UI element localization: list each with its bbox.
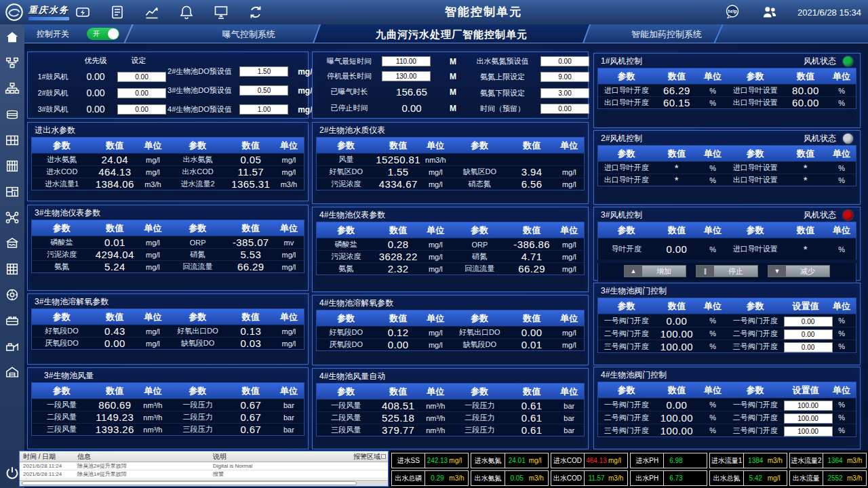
- hierarchy-icon[interactable]: [5, 81, 20, 96]
- param-label: 回流流量: [167, 262, 227, 272]
- tab-aeration-control[interactable]: 曝气控制系统: [186, 24, 312, 43]
- trend-chart-icon[interactable]: [144, 4, 160, 20]
- power-icon[interactable]: [75, 4, 91, 20]
- column-header: 参数: [167, 140, 227, 152]
- param-label: 三号阀门开度: [598, 426, 655, 436]
- status-value: 2552: [823, 471, 847, 485]
- alarm-col-area: 报警区域: [350, 452, 381, 462]
- column-header: 数值: [655, 148, 699, 160]
- table-row: 二号阀门开度100.00%二号阀门开度%: [598, 327, 856, 340]
- grid-table-icon[interactable]: [5, 262, 20, 277]
- param-unit: mg/l: [421, 265, 450, 273]
- param-value: 1384.06: [92, 178, 138, 190]
- sitemap-icon[interactable]: [5, 56, 20, 70]
- fan-status-indicator: [843, 56, 853, 66]
- param-label: 三号阀门开度: [598, 342, 655, 352]
- status-cell: 出水流量2552m3/h: [789, 470, 867, 486]
- column-header: 数值: [376, 140, 421, 152]
- dosing-machine-icon[interactable]: [5, 339, 20, 354]
- param-label: 好氧出口DO: [167, 326, 227, 336]
- param-label: 二段风量: [32, 412, 92, 422]
- param-unit: nm³/h: [138, 426, 167, 434]
- param-value: 0.67: [228, 399, 274, 411]
- do-preset-input[interactable]: [239, 66, 288, 77]
- param-label: 硝态氮: [450, 179, 509, 189]
- param-label: 厌氧段DO: [317, 340, 376, 350]
- panel-title: 3#生物池阀门控制: [601, 285, 667, 297]
- param-label: 硝氮: [167, 249, 227, 260]
- reserved-time-input[interactable]: [540, 104, 589, 114]
- users-icon[interactable]: [761, 3, 778, 21]
- set-value-input[interactable]: [784, 317, 833, 327]
- column-header: 单位: [421, 312, 450, 325]
- setting-label: 曝气最短时间: [317, 56, 382, 66]
- do-preset-input[interactable]: [239, 85, 288, 96]
- status-cell: 出水总磷0.29m3/h: [391, 470, 469, 486]
- home-icon[interactable]: [5, 30, 20, 45]
- blower-set-input[interactable]: [117, 72, 166, 82]
- sync-icon[interactable]: [248, 4, 264, 20]
- alarm-hscrollbar[interactable]: [20, 480, 388, 486]
- param-label: 好氧段DO: [32, 326, 92, 336]
- bio3-do-panel: 3#生物池溶解氧参数 参数数值单位参数数值单位好氧段DO0.43mg/l好氧出口…: [27, 293, 309, 365]
- power-off-icon[interactable]: [4, 465, 20, 481]
- param-unit: mg/l: [138, 327, 167, 336]
- bell-icon[interactable]: [178, 4, 195, 20]
- param-unit: mg/l: [138, 340, 167, 348]
- blower-icon[interactable]: [5, 287, 20, 302]
- page-title: 智能控制单元: [445, 0, 522, 24]
- param-unit: bar: [274, 413, 304, 422]
- alarm-row[interactable]: 2021/6/28 11:24除臭池1#提升泵故障报警: [20, 470, 388, 479]
- time-set-input[interactable]: [382, 56, 431, 66]
- panel-title: 2#生物池水质仪表: [319, 125, 385, 136]
- column-header: 数值: [655, 70, 699, 83]
- ammonia-set-input[interactable]: [540, 56, 589, 66]
- control-switch-toggle[interactable]: 开: [87, 28, 119, 40]
- window-grid-icon[interactable]: [5, 133, 20, 148]
- document-icon[interactable]: [109, 4, 125, 20]
- panel-title: 进出水参数: [35, 125, 75, 136]
- increase-button[interactable]: ▲增加: [624, 265, 686, 277]
- fan-status-indicator: [843, 134, 853, 144]
- alarm-row[interactable]: 2021/6/28 11:24除臭池2#提升泵故障Digital is Norm…: [20, 462, 388, 470]
- set-value-input[interactable]: [784, 401, 833, 411]
- status-label: 进水流量2: [790, 453, 823, 468]
- param-unit: mg/l: [274, 340, 304, 348]
- alarm-vscroll[interactable]: [381, 454, 386, 459]
- param-label: 进水氨氮: [32, 155, 92, 165]
- blower-label: 2#鼓风机: [32, 88, 74, 98]
- scrollbar-thumb[interactable]: [22, 481, 357, 485]
- pump-station-icon[interactable]: [5, 236, 20, 251]
- tab-plant-intelligent-control[interactable]: 九曲河污水处理厂智能控制单元: [316, 24, 587, 43]
- table-row: 进水COD464.13mg/l出水COD11.57mg/l: [32, 165, 304, 178]
- param-unit: nm³/h: [421, 414, 450, 422]
- warehouse-icon[interactable]: [5, 365, 20, 380]
- process-nodes-icon[interactable]: [5, 210, 20, 225]
- param-unit: mg/l: [274, 327, 304, 336]
- param-label: 三段压力: [450, 425, 509, 435]
- set-value-input[interactable]: [784, 329, 833, 340]
- decrease-button[interactable]: ▼减少: [768, 265, 830, 277]
- help-icon[interactable]: help: [723, 3, 742, 22]
- fan2-control-panel: 2#风机控制 风机状态 参数数值单位参数数值单位进口导叶开度*%进口导叶设置*%…: [593, 130, 861, 205]
- ammonia-set-input[interactable]: [540, 72, 589, 82]
- clarifier-icon[interactable]: [5, 107, 20, 122]
- set-value-input[interactable]: [784, 413, 833, 424]
- stopped-value: 0.00: [382, 102, 441, 114]
- monitor-icon[interactable]: [213, 4, 229, 20]
- tab-dosing-control[interactable]: 智能加药控制系统: [609, 24, 724, 43]
- blower-set-input[interactable]: [117, 104, 166, 115]
- table-row: 好氧段DO0.12mg/l好氧出口DO0.00mg/l: [317, 326, 584, 338]
- pool-layout-icon[interactable]: [5, 184, 20, 199]
- ammonia-set-input[interactable]: [540, 88, 589, 98]
- aeration-tank-icon[interactable]: [5, 313, 20, 328]
- column-header: 参数: [32, 222, 92, 235]
- stop-button[interactable]: ∥停止: [696, 265, 758, 277]
- time-set-input[interactable]: [382, 71, 431, 81]
- set-value-input[interactable]: [784, 342, 833, 352]
- building-icon[interactable]: [5, 159, 20, 174]
- set-value-input[interactable]: [784, 426, 833, 436]
- do-preset-input[interactable]: [239, 104, 288, 115]
- param-label: 缺氧段DO: [167, 338, 227, 348]
- blower-set-input[interactable]: [117, 88, 166, 98]
